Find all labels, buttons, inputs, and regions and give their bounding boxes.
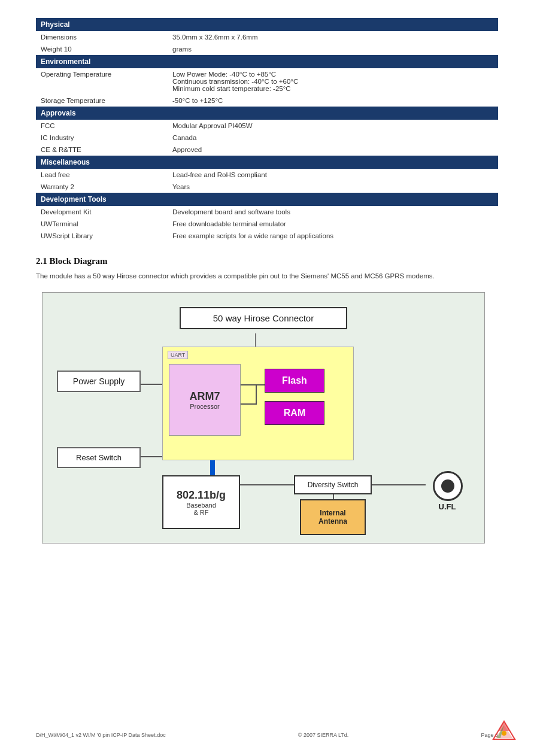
section-misc-header: Miscellaneous — [36, 156, 498, 169]
value-storage-temp: -50°C to +125°C — [168, 95, 498, 107]
line-connector-to-processor — [255, 333, 256, 347]
hirose-connector-label: 50 way Hirose Connector — [213, 313, 314, 323]
table-row: Storage Temperature -50°C to +125°C — [36, 95, 498, 107]
logo-area — [492, 720, 522, 744]
flash-label: Flash — [282, 375, 307, 386]
value-weight: grams — [168, 43, 498, 55]
label-ce: CE & R&TTE — [36, 144, 168, 156]
section-environmental-header: Environmental — [36, 55, 498, 68]
label-operating-temp: Operating Temperature — [36, 68, 168, 95]
table-row: UWTerminal Free downloadable terminal em… — [36, 218, 498, 230]
value-warranty: Years — [168, 181, 498, 193]
table-row: Dimensions 35.0mm x 32.6mm x 7.6mm — [36, 31, 498, 43]
ram-label: RAM — [284, 408, 305, 418]
label-fcc: FCC — [36, 120, 168, 132]
internal-antenna-box: InternalAntenna — [300, 499, 366, 535]
value-uwterminal: Free downloadable terminal emulator — [168, 218, 498, 230]
value-dimensions: 35.0mm x 32.6mm x 7.6mm — [168, 31, 498, 43]
svg-point-3 — [502, 731, 506, 736]
table-row: CE & R&TTE Approved — [36, 144, 498, 156]
value-fcc: Modular Approval PI405W — [168, 120, 498, 132]
value-uwscript: Free example scripts for a wide range of… — [168, 230, 498, 242]
table-row: Lead free Lead-free and RoHS compliant — [36, 169, 498, 181]
line-diversity-to-ufl — [372, 484, 426, 485]
value-operating-temp: Low Power Mode: -40°C to +85°C Continuou… — [168, 68, 498, 95]
uart-label: UART — [168, 351, 188, 359]
table-row: Warranty 2 Years — [36, 181, 498, 193]
arm7-label: ARM7 — [189, 390, 220, 403]
label-dimensions: Dimensions — [36, 31, 168, 43]
ufl-inner-circle — [441, 479, 454, 493]
section-physical-header: Physical — [36, 18, 498, 31]
power-supply-box: Power Supply — [57, 371, 141, 392]
label-uwterminal: UWTerminal — [36, 218, 168, 230]
label-ic: IC Industry — [36, 132, 168, 144]
section-approvals-header: Approvals — [36, 107, 498, 120]
svg-marker-2 — [498, 721, 510, 731]
section-21-desc: The module has a 50 way Hirose connector… — [36, 271, 498, 281]
label-warranty: Warranty 2 — [36, 181, 168, 193]
value-lead-free: Lead-free and RoHS compliant — [168, 169, 498, 181]
value-ce: Approved — [168, 144, 498, 156]
table-row: UWScript Library Free example scripts fo… — [36, 230, 498, 242]
section-approvals: Approvals — [36, 107, 498, 120]
diversity-switch-label: Diversity Switch — [308, 481, 359, 489]
section-dev-tools: Development Tools — [36, 193, 498, 206]
label-storage-temp: Storage Temperature — [36, 95, 168, 107]
line-arm7-ram — [241, 403, 257, 405]
block-diagram: 50 way Hirose Connector UART ARM7 Proces… — [42, 292, 485, 544]
section-dev-tools-header: Development Tools — [36, 193, 498, 206]
table-row: FCC Modular Approval PI405W — [36, 120, 498, 132]
section-misc: Miscellaneous — [36, 156, 498, 169]
internal-antenna-label: InternalAntenna — [318, 509, 347, 526]
line-arm7-flash — [241, 384, 265, 385]
ufl-circle — [433, 471, 463, 501]
ram-box: RAM — [265, 401, 324, 425]
processor-area: UART ARM7 Processor Flash RAM — [162, 347, 354, 460]
label-dev-kit: Development Kit — [36, 206, 168, 218]
diversity-switch-box: Diversity Switch — [294, 475, 372, 494]
baseband-sub: Baseband& RF — [186, 502, 216, 516]
footer: D/H_WI/M/04_1 v2 WI/M '0 pin ICP-IP Data… — [36, 732, 498, 738]
reset-switch-box: Reset Switch — [57, 447, 141, 468]
hirose-connector-box: 50 way Hirose Connector — [180, 307, 347, 329]
table-row: Development Kit Development board and so… — [36, 206, 498, 218]
line-power-to-processor — [141, 384, 162, 385]
table-row: Weight 10 grams — [36, 43, 498, 55]
value-dev-kit: Development board and software tools — [168, 206, 498, 218]
section-physical: Physical — [36, 18, 498, 31]
arm7-box: ARM7 Processor — [169, 364, 241, 436]
table-row: Operating Temperature Low Power Mode: -4… — [36, 68, 498, 95]
line-arm7-v — [256, 384, 257, 403]
table-row: IC Industry Canada — [36, 132, 498, 144]
footer-left: D/H_WI/M/04_1 v2 WI/M '0 pin ICP-IP Data… — [36, 732, 166, 738]
line-reset-to-baseband — [141, 456, 162, 457]
line-baseband-to-diversity — [240, 484, 295, 485]
section-21-title: 2.1 Block Diagram — [36, 256, 498, 266]
power-supply-label: Power Supply — [73, 377, 125, 386]
label-weight: Weight 10 — [36, 43, 168, 55]
ufl-label: U.FL — [435, 502, 459, 511]
baseband-box: 802.11b/g Baseband& RF — [162, 475, 240, 529]
value-ic: Canada — [168, 132, 498, 144]
flash-box: Flash — [265, 369, 324, 393]
reset-switch-label: Reset Switch — [76, 453, 122, 462]
footer-center: © 2007 SIERRA LTd. — [298, 732, 349, 738]
company-logo — [492, 720, 516, 741]
label-uwscript: UWScript Library — [36, 230, 168, 242]
spec-table: Physical Dimensions 35.0mm x 32.6mm x 7.… — [36, 18, 498, 242]
label-lead-free: Lead free — [36, 169, 168, 181]
baseband-title: 802.11b/g — [177, 489, 226, 502]
arm7-sublabel: Processor — [190, 403, 220, 410]
section-environmental: Environmental — [36, 55, 498, 68]
